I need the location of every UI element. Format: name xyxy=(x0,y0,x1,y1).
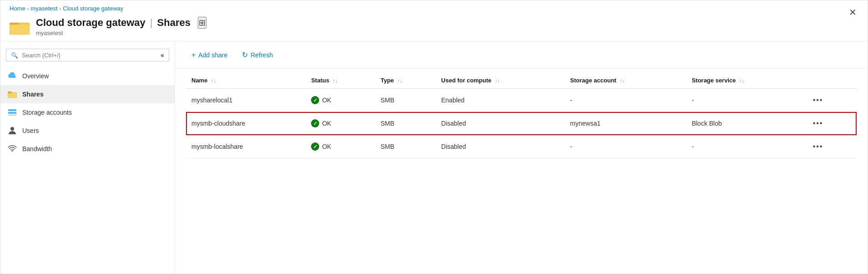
row-1-type: SMB xyxy=(375,112,436,135)
more-options-button[interactable]: ••• xyxy=(809,117,827,129)
sort-compute-icon[interactable]: ↑↓ xyxy=(495,78,500,83)
sort-status-icon[interactable]: ↑↓ xyxy=(333,78,338,83)
add-share-button[interactable]: + Add share xyxy=(186,48,233,62)
add-share-label: Add share xyxy=(198,51,227,59)
status-ok-icon: ✓ xyxy=(311,96,319,104)
person-icon xyxy=(8,126,17,135)
svg-point-11 xyxy=(10,127,14,131)
breadcrumb-myasetest[interactable]: myasetest xyxy=(30,5,57,12)
sidebar: 🔍 « Overview xyxy=(0,41,175,274)
status-text: OK xyxy=(322,143,331,150)
row-0-storage-service: - xyxy=(686,89,803,112)
header-title-area: Cloud storage gateway | Shares ⊞ myasete… xyxy=(36,17,206,36)
row-1-name: mysmb-cloudshare xyxy=(186,112,306,135)
breadcrumb-home[interactable]: Home xyxy=(10,5,25,12)
row-0-type: SMB xyxy=(375,89,436,112)
breadcrumb-sep-1: › xyxy=(27,6,29,11)
sidebar-item-overview-label: Overview xyxy=(22,72,49,80)
print-button[interactable]: ⊞ xyxy=(198,17,206,29)
row-2-type: SMB xyxy=(375,135,436,158)
status-ok-icon: ✓ xyxy=(311,119,319,127)
row-1-more-cell: ••• xyxy=(804,112,857,135)
title-separator: | xyxy=(150,17,153,29)
row-0-storage-account: - xyxy=(565,89,687,112)
table-header-row: Name ↑↓ Status ↑↓ Type ↑↓ xyxy=(186,72,857,89)
resource-icon xyxy=(10,16,30,36)
table-row[interactable]: mysmb-localshare✓OKSMBDisabled--••• xyxy=(186,135,857,158)
col-name[interactable]: Name ↑↓ xyxy=(186,72,306,89)
row-2-storage-service: - xyxy=(686,135,803,158)
resource-name: Cloud storage gateway xyxy=(36,17,146,29)
sidebar-item-users[interactable]: Users xyxy=(0,122,175,140)
breadcrumb: Home › myasetest › Cloud storage gateway xyxy=(0,0,868,15)
row-0-used-for-compute: Enabled xyxy=(436,89,565,112)
col-storage-account[interactable]: Storage account ↑↓ xyxy=(565,72,687,89)
sort-storage-service-icon[interactable]: ↑↓ xyxy=(739,78,744,83)
row-2-name: mysmb-localshare xyxy=(186,135,306,158)
svg-rect-7 xyxy=(8,91,12,93)
status-text: OK xyxy=(322,120,331,127)
sidebar-item-overview[interactable]: Overview xyxy=(0,67,175,85)
page-header: Cloud storage gateway | Shares ⊞ myasete… xyxy=(0,15,868,41)
col-used-for-compute[interactable]: Used for compute ↑↓ xyxy=(436,72,565,89)
section-name: Shares xyxy=(157,17,191,29)
sort-type-icon[interactable]: ↑↓ xyxy=(397,78,402,83)
sort-name-icon[interactable]: ↑↓ xyxy=(211,78,216,83)
cloud-icon xyxy=(8,71,17,81)
row-2-more-cell: ••• xyxy=(804,135,857,158)
col-actions-header xyxy=(804,72,857,89)
table-row[interactable]: mysmb-cloudshare✓OKSMBDisabledmynewsa1Bl… xyxy=(186,112,857,135)
row-2-storage-account: - xyxy=(565,135,687,158)
refresh-icon: ↻ xyxy=(242,51,248,59)
breadcrumb-sep-2: › xyxy=(60,6,61,11)
header-subtitle: myasetest xyxy=(36,30,206,36)
row-0-status: ✓OK xyxy=(306,89,375,112)
collapse-button[interactable]: « xyxy=(161,51,164,59)
sidebar-item-shares[interactable]: Shares xyxy=(0,85,175,103)
search-input[interactable] xyxy=(22,52,157,59)
storage-lines-icon xyxy=(8,108,17,117)
row-1-used-for-compute: Disabled xyxy=(436,112,565,135)
row-0-name: mysharelocal1 xyxy=(186,89,306,112)
add-icon: + xyxy=(191,51,196,59)
refresh-label: Refresh xyxy=(251,51,273,59)
col-type[interactable]: Type ↑↓ xyxy=(375,72,436,89)
sort-storage-account-icon[interactable]: ↑↓ xyxy=(620,78,625,83)
sidebar-item-bandwidth-label: Bandwidth xyxy=(22,145,52,152)
row-1-status: ✓OK xyxy=(306,112,375,135)
folder-icon xyxy=(8,90,17,99)
header-title: Cloud storage gateway | Shares ⊞ xyxy=(36,17,206,29)
svg-rect-3 xyxy=(10,25,30,35)
sidebar-item-users-label: Users xyxy=(22,127,39,134)
breadcrumb-current[interactable]: Cloud storage gateway xyxy=(63,5,123,12)
sidebar-item-storage-accounts-label: Storage accounts xyxy=(22,109,72,116)
sidebar-item-storage-accounts[interactable]: Storage accounts xyxy=(0,103,175,122)
svg-rect-10 xyxy=(8,115,16,116)
status-ok-icon: ✓ xyxy=(311,142,319,151)
shares-table: Name ↑↓ Status ↑↓ Type ↑↓ xyxy=(186,72,857,158)
refresh-button[interactable]: ↻ Refresh xyxy=(236,48,278,62)
more-options-button[interactable]: ••• xyxy=(809,141,827,152)
sidebar-item-shares-label: Shares xyxy=(22,91,44,98)
row-1-storage-service: Block Blob xyxy=(686,112,803,135)
main-layout: 🔍 « Overview xyxy=(0,41,868,274)
sidebar-item-bandwidth[interactable]: Bandwidth xyxy=(0,140,175,158)
close-button[interactable]: ✕ xyxy=(849,8,857,17)
svg-rect-9 xyxy=(8,112,16,114)
toolbar: + Add share ↻ Refresh xyxy=(175,41,868,69)
more-options-button[interactable]: ••• xyxy=(809,94,827,106)
shares-table-container: Name ↑↓ Status ↑↓ Type ↑↓ xyxy=(175,69,868,274)
row-2-status: ✓OK xyxy=(306,135,375,158)
content-area: + Add share ↻ Refresh Name ↑↓ xyxy=(175,41,868,274)
col-status[interactable]: Status ↑↓ xyxy=(306,72,375,89)
status-text: OK xyxy=(322,96,331,104)
row-1-storage-account: mynewsa1 xyxy=(565,112,687,135)
search-icon: 🔍 xyxy=(11,52,18,59)
col-storage-service[interactable]: Storage service ↑↓ xyxy=(686,72,803,89)
wifi-icon xyxy=(8,144,17,153)
row-2-used-for-compute: Disabled xyxy=(436,135,565,158)
svg-rect-8 xyxy=(8,109,16,111)
search-bar[interactable]: 🔍 « xyxy=(6,49,169,61)
table-row[interactable]: mysharelocal1✓OKSMBEnabled--••• xyxy=(186,89,857,112)
row-0-more-cell: ••• xyxy=(804,89,857,112)
